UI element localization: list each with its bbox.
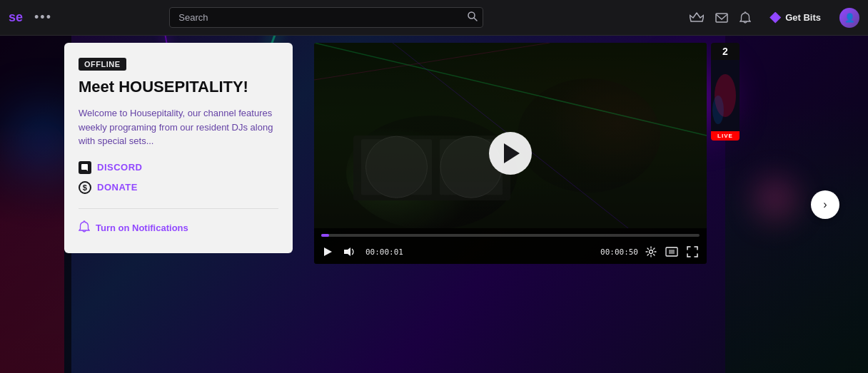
discord-icon: [79, 161, 91, 174]
search-button[interactable]: [468, 11, 478, 24]
search-input[interactable]: [169, 7, 483, 28]
thumbnail-number: 2: [711, 43, 740, 60]
thumbnail-image[interactable]: [711, 60, 740, 131]
search-icon: [468, 11, 478, 21]
avatar-initials: 👤: [844, 13, 855, 23]
store-button[interactable]: [690, 12, 704, 24]
theatre-icon: [665, 247, 678, 257]
envelope-icon: [715, 13, 728, 23]
channel-links: DISCORD $ DONATE: [79, 161, 278, 194]
controls-row: 00:00:01 00:00:50: [321, 240, 700, 264]
svg-rect-18: [669, 250, 675, 254]
channel-info-card: OFFLINE Meet HOUSEPITALITY! Welcome to H…: [64, 43, 293, 253]
bell-icon: [79, 220, 90, 236]
theatre-mode-button[interactable]: [664, 245, 680, 258]
discord-label: DISCORD: [97, 162, 142, 173]
play-button[interactable]: [489, 132, 532, 175]
background-area: OFFLINE Meet HOUSEPITALITY! Welcome to H…: [0, 36, 868, 373]
controls-right: 00:00:50: [600, 245, 700, 259]
side-person-left: [0, 123, 64, 373]
notifications-button[interactable]: [740, 11, 751, 24]
nav-right-actions: Get Bits 👤: [690, 8, 859, 28]
svg-line-1: [474, 18, 477, 21]
side-person-right: [725, 102, 868, 373]
divider: [79, 208, 278, 209]
svg-marker-15: [344, 247, 350, 256]
svg-point-9: [365, 136, 427, 198]
time-total: 00:00:50: [600, 247, 638, 257]
donate-label: DONATE: [97, 182, 138, 193]
user-avatar[interactable]: 👤: [839, 8, 859, 28]
offline-badge: OFFLINE: [79, 58, 126, 71]
get-bits-button[interactable]: Get Bits: [762, 8, 828, 28]
site-logo: se: [9, 10, 23, 25]
svg-point-21: [712, 96, 724, 124]
gear-icon: [645, 246, 657, 257]
search-wrapper: [169, 7, 483, 28]
play-icon: [323, 247, 333, 257]
mail-button[interactable]: [715, 13, 728, 23]
fullscreen-button[interactable]: [685, 245, 700, 259]
volume-button[interactable]: [343, 245, 357, 258]
donate-icon: $: [79, 181, 91, 194]
fullscreen-icon: [687, 246, 698, 257]
progress-fill: [321, 234, 329, 237]
bell-icon: [740, 11, 751, 24]
top-navigation: se •••: [0, 0, 868, 36]
crown-icon: [690, 12, 704, 24]
video-controls-bar: 00:00:01 00:00:50: [314, 228, 707, 264]
svg-marker-14: [324, 247, 332, 256]
discord-link[interactable]: DISCORD: [79, 161, 278, 174]
progress-bar[interactable]: [321, 234, 700, 237]
svg-point-16: [650, 250, 653, 254]
channel-description: Welcome to Housepitality, our channel fe…: [79, 106, 278, 148]
svg-rect-2: [716, 14, 727, 22]
channel-title: Meet HOUSEPITALITY!: [79, 78, 278, 96]
time-current: 00:00:01: [365, 247, 403, 257]
play-pause-button[interactable]: [321, 245, 334, 258]
more-options-icon[interactable]: •••: [34, 10, 52, 25]
controls-left: 00:00:01: [321, 245, 403, 258]
channel-thumbnail-strip: 2 LIVE: [711, 43, 740, 140]
video-player[interactable]: 00:00:01 00:00:50: [314, 43, 707, 264]
get-bits-label: Get Bits: [785, 12, 821, 23]
next-arrow-button[interactable]: ›: [811, 190, 839, 219]
play-triangle-icon: [504, 143, 520, 163]
notification-toggle-label: Turn on Notifications: [96, 223, 188, 233]
live-badge: LIVE: [711, 131, 740, 140]
donate-link[interactable]: $ DONATE: [79, 181, 278, 194]
settings-button[interactable]: [644, 245, 658, 259]
thumbnail-svg: [711, 60, 740, 131]
notifications-toggle-button[interactable]: Turn on Notifications: [79, 220, 188, 236]
volume-icon: [344, 247, 355, 257]
bits-diamond-icon: [769, 12, 781, 24]
